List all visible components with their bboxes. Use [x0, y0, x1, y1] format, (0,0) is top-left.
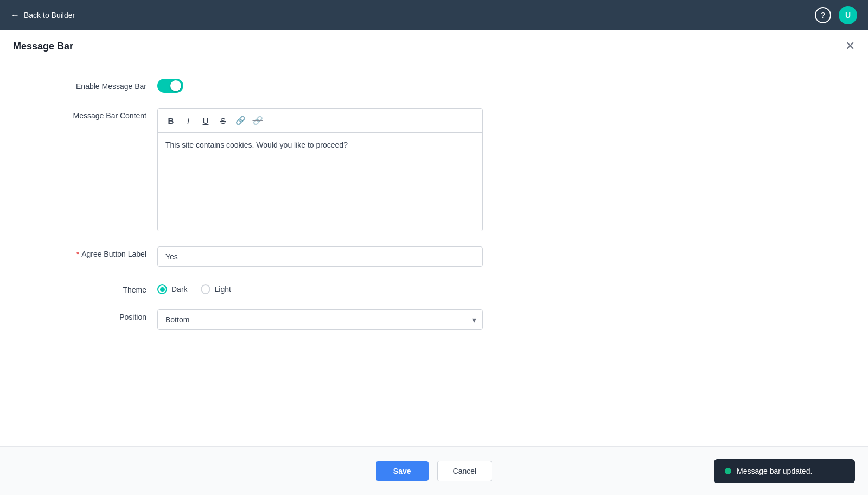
enable-toggle-wrapper — [157, 79, 483, 93]
theme-options: Dark Light — [157, 282, 483, 294]
top-nav: ← Back to Builder ? U — [0, 0, 868, 30]
theme-label: Theme — [33, 282, 157, 294]
editor-toolbar: B I U S 🔗 🔗 — [158, 109, 482, 133]
agree-input-wrapper — [157, 246, 483, 267]
editor-container: B I U S 🔗 🔗 This site contains cookies. … — [157, 108, 483, 231]
radio-dark-circle — [157, 284, 167, 294]
position-label: Position — [33, 309, 157, 321]
theme-light-label: Light — [215, 285, 231, 294]
agree-input[interactable] — [157, 246, 483, 267]
strikethrough-button[interactable]: S — [215, 113, 231, 128]
theme-dark-label: Dark — [171, 285, 188, 294]
bold-button[interactable]: B — [163, 113, 178, 128]
question-mark-icon: ? — [821, 11, 825, 20]
nav-right: ? U — [815, 6, 857, 24]
avatar-initials: U — [845, 11, 851, 20]
agree-row: *Agree Button Label — [33, 246, 835, 267]
enable-toggle[interactable] — [157, 79, 183, 93]
form-body: Enable Message Bar Message Bar Content B… — [0, 62, 868, 361]
toast-success-icon — [725, 468, 731, 474]
radio-group: Dark Light — [157, 282, 483, 294]
editor-wrapper: B I U S 🔗 🔗 This site contains cookies. … — [157, 108, 483, 231]
toast-notification: Message bar updated. — [714, 459, 855, 483]
back-label: Back to Builder — [24, 11, 75, 20]
toast-message: Message bar updated. — [737, 467, 812, 475]
dialog-title: Message Bar — [13, 41, 73, 52]
help-button[interactable]: ? — [815, 7, 831, 23]
position-select-wrapper: Bottom Top ▾ — [157, 309, 483, 330]
theme-row: Theme Dark Light — [33, 282, 835, 294]
link-button[interactable]: 🔗 — [233, 113, 248, 128]
position-row: Position Bottom Top ▾ — [33, 309, 835, 330]
toggle-track — [157, 79, 183, 93]
content-label: Message Bar Content — [33, 108, 157, 120]
footer: Save Cancel Message bar updated. — [0, 446, 868, 495]
position-select[interactable]: Bottom Top — [157, 309, 483, 330]
content-row: Message Bar Content B I U S 🔗 🔗 — [33, 108, 835, 231]
toggle-thumb — [170, 80, 181, 91]
content-editor[interactable]: This site contains cookies. Would you li… — [158, 133, 482, 231]
enable-label: Enable Message Bar — [33, 79, 157, 91]
underline-button[interactable]: U — [198, 113, 213, 128]
radio-light-circle — [201, 284, 210, 294]
agree-label: *Agree Button Label — [33, 246, 157, 258]
link-icon: 🔗 — [235, 116, 246, 125]
close-button[interactable]: ✕ — [845, 40, 855, 52]
back-to-builder-button[interactable]: ← Back to Builder — [11, 10, 75, 20]
back-arrow-icon: ← — [11, 10, 20, 20]
theme-light-option[interactable]: Light — [201, 284, 231, 294]
enable-row: Enable Message Bar — [33, 79, 835, 93]
dialog-header: Message Bar ✕ — [0, 30, 868, 62]
required-marker: * — [76, 250, 79, 258]
unlink-icon: 🔗 — [253, 116, 263, 125]
unlink-button[interactable]: 🔗 — [250, 113, 265, 128]
select-container: Bottom Top ▾ — [157, 309, 483, 330]
dialog-content: Message Bar ✕ Enable Message Bar Message… — [0, 30, 868, 446]
avatar: U — [839, 6, 857, 24]
cancel-button[interactable]: Cancel — [437, 461, 493, 481]
theme-dark-option[interactable]: Dark — [157, 284, 188, 294]
save-button[interactable]: Save — [376, 461, 429, 481]
italic-button[interactable]: I — [181, 113, 196, 128]
